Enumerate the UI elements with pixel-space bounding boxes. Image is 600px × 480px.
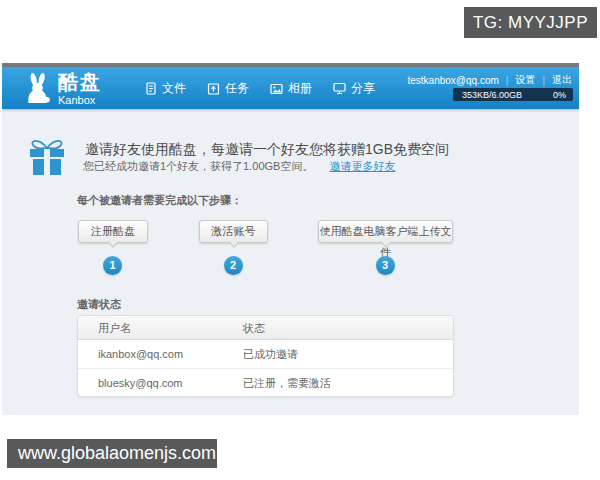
gift-icon [28,135,66,180]
nav-item-tasks[interactable]: 任务 [207,80,249,97]
step-number-badge: 1 [103,256,122,275]
step-box: 使用酷盘电脑客户端上传文件 [318,220,453,243]
invite-more-link[interactable]: 邀请更多好友 [329,160,395,172]
storage-percent: 0% [553,90,573,100]
separator: | [542,75,545,86]
logo-cn-text: 酷盘 [58,72,102,92]
storage-usage-bar: 353KB/6.00GB 0% [453,88,573,101]
site-watermark: www.globalaomenjs.com [7,439,217,468]
nav-label: 分享 [351,80,375,97]
invite-progress-label: 您已经成功邀请1个好友，获得了1.00GB空间。 [83,160,313,172]
invite-promo-title: 邀请好友使用酷盘，每邀请一个好友您将获赠1GB免费空间 [85,141,449,159]
kanbox-logo[interactable]: 酷盘 Kanbox [24,72,102,106]
step-activate: 激活账号 2 [199,220,268,243]
col-header-status: 状态 [243,316,453,339]
share-icon [333,82,346,95]
album-icon [270,83,283,95]
nav-label: 相册 [288,80,312,97]
nav-item-share[interactable]: 分享 [333,80,375,97]
nav-label: 文件 [162,80,186,97]
invite-status-table: 用户名 状态 ikanbox@qq.com 已成功邀请 bluesky@qq.c… [77,315,454,397]
account-email: testkanbox@qq.com [407,75,498,86]
rabbit-logo-icon [24,72,52,106]
step-register: 注册酷盘 1 [78,220,148,243]
steps-instruction-label: 每个被邀请者需要完成以下步骤： [77,193,242,208]
tg-contact-badge: TG: MYYJJPP [464,7,597,38]
separator: | [506,75,509,86]
site-header: 酷盘 Kanbox 文件 [2,67,579,109]
table-row: bluesky@qq.com 已注册，需要激活 [78,368,453,396]
tasks-icon [207,82,220,95]
invite-status-heading: 邀请状态 [77,297,121,312]
step-number-badge: 3 [376,256,395,275]
kanbox-site-screenshot: 酷盘 Kanbox 文件 [2,63,579,415]
step-box: 注册酷盘 [78,220,148,243]
settings-link[interactable]: 设置 [515,73,535,87]
nav-item-files[interactable]: 文件 [145,80,186,97]
step-number-badge: 2 [224,256,243,275]
nav-label: 任务 [225,80,249,97]
logo-en-text: Kanbox [58,95,102,106]
nav-item-album[interactable]: 相册 [270,80,312,97]
main-nav: 文件 任务 相册 [145,80,375,97]
invite-progress-text: 您已经成功邀请1个好友，获得了1.00GB空间。邀请更多好友 [83,159,395,174]
cell-status: 已注册，需要激活 [243,369,453,396]
file-icon [145,82,157,95]
logout-link[interactable]: 退出 [552,73,572,87]
col-header-username: 用户名 [78,316,243,339]
step-box: 激活账号 [199,220,268,243]
table-header-row: 用户名 状态 [78,316,453,340]
cell-username: bluesky@qq.com [78,369,243,396]
account-bar: testkanbox@qq.com | 设置 | 退出 [407,73,572,87]
cell-status: 已成功邀请 [243,340,453,368]
table-row: ikanbox@qq.com 已成功邀请 [78,340,453,368]
step-upload: 使用酷盘电脑客户端上传文件 3 [318,220,453,243]
cell-username: ikanbox@qq.com [78,340,243,368]
storage-usage-text: 353KB/6.00GB [453,90,553,100]
